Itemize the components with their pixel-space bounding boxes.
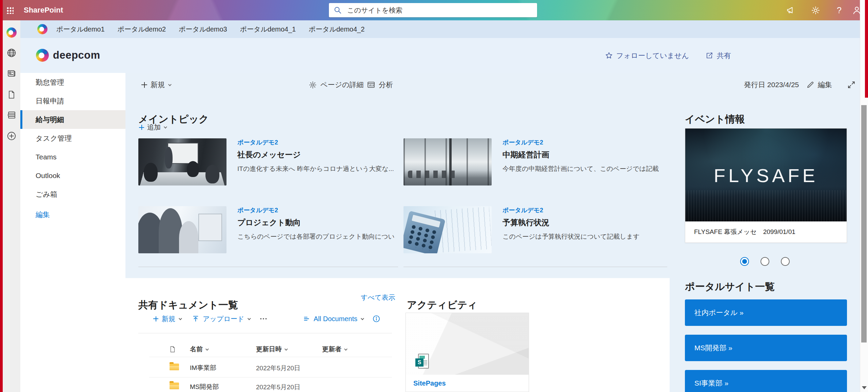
site-search[interactable] [329,3,537,17]
analytics-button[interactable]: 分析 [367,73,393,97]
topic-card-title[interactable]: 社長のメッセージ [237,150,394,160]
add-topic-button[interactable]: 追加 [139,123,166,132]
star-icon [605,52,613,60]
doc-upload-button[interactable]: アップロード [192,313,250,325]
doc-new-button[interactable]: 新規 [153,313,181,325]
edit-page-button[interactable]: 編集 [806,73,832,97]
doc-type-column-header[interactable] [169,343,176,355]
rail-deepcom-logo-icon[interactable] [6,27,17,38]
help-icon[interactable]: ? [833,5,845,16]
document-icon[interactable] [6,89,17,100]
divider [138,267,398,267]
deepcom-brand-logo-icon [36,49,49,62]
activity-card[interactable]: S SitePages [406,313,529,392]
documents-section-panel [125,278,670,392]
column-header-name[interactable]: 名前 [190,343,208,355]
tab-portal-demo4-2[interactable]: ポータルdemo4_2 [309,20,365,38]
news-icon[interactable] [6,68,17,79]
portal-button-si-division[interactable]: SI事業部 » [685,370,847,392]
nav-item-task-management[interactable]: タスク管理 [20,129,125,148]
app-launcher-button[interactable] [5,5,15,15]
scrollbar-thumb[interactable] [861,105,867,342]
doc-name[interactable]: IM事業部 [190,364,216,372]
expand-icon[interactable] [847,73,856,97]
nav-item-teams[interactable]: Teams [20,148,125,166]
column-header-modified-by[interactable]: 更新者 [322,343,347,355]
site-brand-name: deepcom [53,49,100,61]
suite-bar: SharePoint ? [0,0,868,20]
upload-icon [192,315,199,322]
pencil-icon [806,81,814,89]
doc-name[interactable]: MS開発部 [190,383,219,391]
globe-icon[interactable] [6,47,17,58]
scrollbar-down-arrow[interactable] [862,386,867,389]
topic-card-category[interactable]: ポータルデモ2 [237,138,394,146]
megaphone-icon[interactable] [785,5,797,16]
event-image: FLYSAFE [685,129,847,222]
divider [403,267,667,267]
nav-item-recycle-bin[interactable]: ごみ箱 [20,185,125,203]
topic-card-president-message[interactable]: ポータルデモ2 社長のメッセージ ITの進化する未来へ 昨年からコロナ過という大… [138,138,396,189]
topic-card-project-trends[interactable]: ポータルデモ2 プロジェクト動向 こちらのページでは各部署のプロジェクト動向につ… [138,206,396,257]
share-button[interactable]: 共有 [705,51,731,60]
activity-thumbnail: S [406,313,529,375]
doc-view-selector[interactable]: All Documents [303,313,363,325]
list-icon[interactable] [6,110,17,120]
tab-portal-demo1[interactable]: ポータルdemo1 [56,20,105,38]
gear-icon[interactable] [810,5,821,16]
topic-card-category[interactable]: ポータルデモ2 [237,206,394,214]
topic-card-title[interactable]: 予算執行状況 [502,217,659,228]
topic-card-budget-status[interactable]: ポータルデモ2 予算執行状況 このページは予算執行状況について記載します [403,206,661,257]
topic-card-category[interactable]: ポータルデモ2 [502,138,659,146]
portal-button-ms-dev[interactable]: MS開発部 » [685,335,847,361]
tab-portal-demo2[interactable]: ポータルdemo2 [118,20,166,38]
site-left-nav: 勤怠管理 日報申請 給与明細 タスク管理 Teams Outlook ごみ箱 編… [20,73,125,392]
nav-item-attendance[interactable]: 勤怠管理 [20,73,125,92]
page-details-button[interactable]: ページの詳細 [309,73,363,97]
portal-button-intranet[interactable]: 社内ポータル » [685,299,847,326]
event-card[interactable]: FLYSAFE FLYSAFE 幕張メッセ 2099/01/01 [685,128,847,243]
file-icon [169,346,176,353]
follow-button[interactable]: フォローしていません [605,51,689,60]
chevron-down-icon [168,83,172,86]
doc-more-button[interactable] [259,313,268,325]
topic-card-category[interactable]: ポータルデモ2 [502,206,659,214]
divider [138,333,392,333]
new-button[interactable]: 新規 [141,73,171,97]
site-header: deepcom フォローしていません 共有 [20,38,860,73]
carousel-dot-2[interactable] [761,257,769,266]
documents-title: 共有ドキュメント一覧 [138,298,238,312]
topic-card-title[interactable]: 中期経営計画 [502,150,659,160]
tab-portal-demo3[interactable]: ポータルdemo3 [179,20,227,38]
published-date: 発行日 2023/4/25 [744,73,799,97]
show-all-link[interactable]: すべて表示 [361,293,395,302]
carousel-dot-1[interactable] [740,257,749,266]
page-command-bar: 新規 ページの詳細 分析 発行日 2023/4/25 編集 [125,73,860,97]
topic-card-description: このページは予算執行状況について記載します [502,232,659,241]
folder-icon [170,364,179,370]
topic-card-midterm-plan[interactable]: ポータルデモ2 中期経営計画 今年度の中期経営計画について、このページでは記載.… [403,138,661,189]
scrollbar-track[interactable] [860,0,868,392]
plus-icon [153,316,158,321]
folder-icon [170,383,179,389]
tab-portal-demo4-1[interactable]: ポータルdemo4_1 [240,20,296,38]
sitepages-link[interactable]: SitePages [413,379,446,387]
topic-card-title[interactable]: プロジェクト動向 [237,217,394,228]
topic-card-image [403,138,492,185]
doc-info-button[interactable] [372,313,380,325]
analytics-icon [367,81,375,89]
info-icon [372,315,380,323]
divider [149,377,392,377]
nav-item-outlook[interactable]: Outlook [20,166,125,185]
add-circle-icon[interactable] [6,131,17,141]
site-brand-link[interactable]: deepcom [36,49,100,62]
search-input[interactable] [347,6,532,15]
column-header-modified[interactable]: 更新日時 [256,343,287,355]
nav-edit-link[interactable]: 編集 [20,205,125,224]
deepcom-logo-icon[interactable] [37,24,47,34]
portal-sites-title: ポータルサイト一覧 [685,280,775,294]
nav-item-payslip[interactable]: 給与明細 [20,110,125,129]
scrollbar-red-segment [865,0,868,98]
nav-item-daily-report[interactable]: 日報申請 [20,92,125,110]
carousel-dot-3[interactable] [781,257,790,266]
